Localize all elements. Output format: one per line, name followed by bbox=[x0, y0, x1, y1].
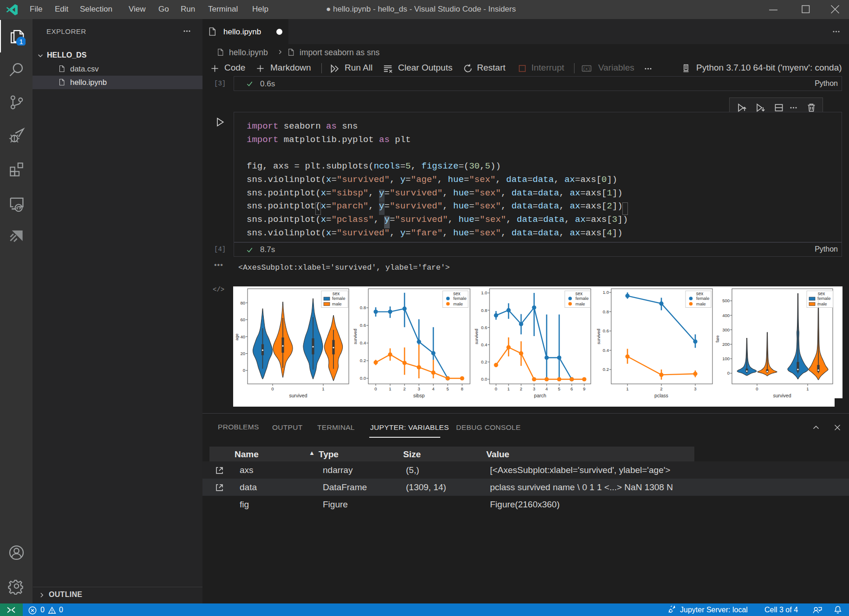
svg-text:1: 1 bbox=[19, 38, 23, 45]
svg-text:80: 80 bbox=[240, 300, 245, 305]
svg-text:0.4: 0.4 bbox=[481, 342, 487, 347]
svg-text:survived: survived bbox=[289, 393, 307, 398]
svg-text:20: 20 bbox=[240, 351, 245, 356]
svg-text:male: male bbox=[453, 301, 463, 306]
svg-text:1.0: 1.0 bbox=[603, 290, 609, 295]
svg-text:0: 0 bbox=[727, 370, 730, 376]
svg-text:4: 4 bbox=[545, 386, 548, 391]
svg-text:0: 0 bbox=[243, 368, 245, 373]
svg-text:female: female bbox=[575, 296, 589, 301]
svg-text:male: male bbox=[332, 301, 342, 306]
svg-text:fare: fare bbox=[715, 335, 720, 343]
svg-text:8: 8 bbox=[461, 386, 463, 391]
svg-text:survived: survived bbox=[353, 329, 358, 344]
svg-text:0.6: 0.6 bbox=[360, 323, 366, 328]
svg-text:female: female bbox=[696, 296, 710, 301]
svg-text:4: 4 bbox=[432, 386, 434, 391]
svg-text:5: 5 bbox=[446, 386, 449, 391]
svg-text:200: 200 bbox=[722, 342, 730, 347]
svg-text:2: 2 bbox=[660, 386, 662, 391]
svg-text:survived: survived bbox=[596, 329, 601, 344]
svg-text:survived: survived bbox=[773, 393, 791, 398]
svg-text:2: 2 bbox=[403, 386, 405, 391]
svg-text:sibsp: sibsp bbox=[413, 393, 425, 398]
svg-text:sex: sex bbox=[818, 291, 825, 296]
svg-text:(x): (x) bbox=[583, 67, 590, 71]
svg-text:0.6: 0.6 bbox=[481, 325, 487, 330]
svg-text:sex: sex bbox=[453, 291, 461, 296]
svg-text:5: 5 bbox=[558, 386, 560, 391]
svg-text:1.0: 1.0 bbox=[481, 290, 487, 295]
svg-text:40: 40 bbox=[240, 334, 245, 339]
svg-text:3: 3 bbox=[418, 386, 420, 391]
svg-text:female: female bbox=[453, 296, 467, 301]
svg-text:0.8: 0.8 bbox=[360, 305, 366, 310]
svg-text:1: 1 bbox=[626, 386, 628, 391]
svg-text:6: 6 bbox=[570, 386, 573, 391]
svg-text:0.8: 0.8 bbox=[481, 308, 487, 313]
svg-text:0.2: 0.2 bbox=[360, 358, 366, 363]
svg-text:female: female bbox=[817, 296, 831, 301]
svg-text:0.2: 0.2 bbox=[603, 367, 609, 372]
svg-text:sex: sex bbox=[575, 291, 583, 296]
svg-text:0: 0 bbox=[374, 386, 377, 391]
svg-text:pclass: pclass bbox=[654, 393, 668, 398]
svg-text:0.2: 0.2 bbox=[481, 359, 487, 364]
svg-text:2: 2 bbox=[520, 386, 522, 391]
svg-text:0.4: 0.4 bbox=[360, 340, 366, 345]
svg-text:0.0: 0.0 bbox=[360, 376, 366, 381]
svg-text:parch: parch bbox=[534, 393, 546, 398]
svg-text:1: 1 bbox=[507, 386, 509, 391]
svg-text:age: age bbox=[235, 333, 239, 340]
svg-text:sex: sex bbox=[333, 291, 340, 296]
svg-text:0.4: 0.4 bbox=[603, 348, 609, 353]
svg-text:0: 0 bbox=[271, 386, 274, 391]
svg-text:male: male bbox=[575, 301, 585, 306]
svg-text:0: 0 bbox=[756, 386, 758, 391]
svg-text:1: 1 bbox=[389, 386, 391, 391]
svg-text:female: female bbox=[332, 296, 346, 301]
svg-text:0: 0 bbox=[495, 386, 497, 391]
svg-text:3: 3 bbox=[533, 386, 535, 391]
svg-text:sex: sex bbox=[696, 291, 704, 296]
svg-text:300: 300 bbox=[722, 327, 730, 332]
svg-text:400: 400 bbox=[722, 313, 730, 318]
svg-text:0.0: 0.0 bbox=[481, 376, 487, 382]
svg-text:0.8: 0.8 bbox=[603, 309, 609, 314]
svg-text:1: 1 bbox=[806, 386, 809, 391]
svg-text:survived: survived bbox=[474, 329, 479, 344]
svg-text:male: male bbox=[817, 301, 827, 306]
svg-text:0.6: 0.6 bbox=[603, 328, 609, 333]
svg-text:male: male bbox=[696, 301, 706, 306]
svg-text:100: 100 bbox=[722, 356, 730, 361]
svg-text:500: 500 bbox=[722, 298, 730, 303]
svg-text:3: 3 bbox=[694, 386, 696, 391]
svg-text:1: 1 bbox=[322, 386, 324, 391]
svg-text:60: 60 bbox=[240, 317, 245, 322]
svg-text:9: 9 bbox=[583, 386, 585, 391]
